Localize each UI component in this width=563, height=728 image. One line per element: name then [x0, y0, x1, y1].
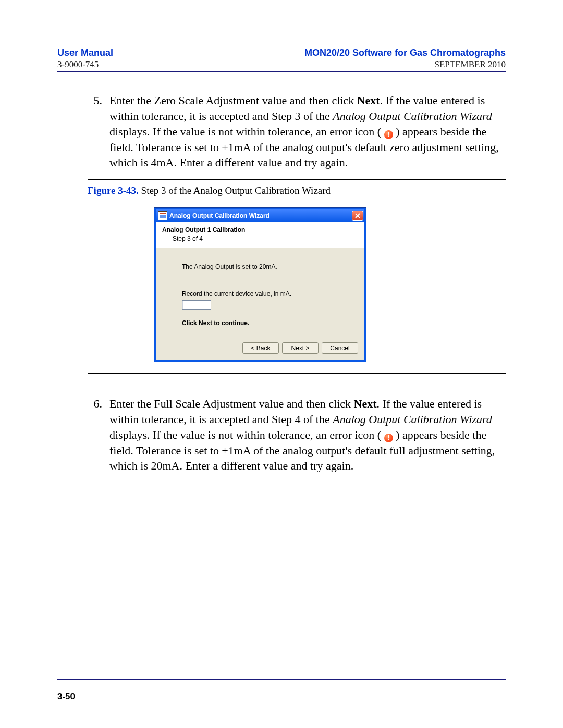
figure-caption: Figure 3-43. Step 3 of the Analog Output…	[88, 185, 506, 196]
figure-label: Figure 3-43.	[88, 185, 139, 196]
wizard-window: Analog Output Calibration Wizard Analog …	[154, 208, 366, 362]
page-number: 3-50	[57, 692, 75, 702]
wizard-name-italic: Analog Output Calibration Wizard	[333, 109, 492, 122]
wizard-header-step: Step 3 of 4	[173, 235, 358, 242]
page-container: User Manual 3-9000-745 MON20/20 Software…	[0, 0, 563, 728]
page-header: User Manual 3-9000-745 MON20/20 Software…	[57, 47, 506, 70]
wizard-message-continue: Click Next to continue.	[182, 319, 355, 327]
step-number: 6.	[88, 396, 102, 473]
next-rest: ext >	[296, 344, 309, 352]
doc-date: SEPTEMBER 2010	[304, 59, 506, 70]
step-6: 6. Enter the Full Scale Adjustment value…	[88, 396, 506, 473]
back-prefix: <	[251, 344, 256, 352]
body-text-2: 6. Enter the Full Scale Adjustment value…	[88, 396, 506, 473]
wizard-body: The Analog Output is set to 20mA. Record…	[156, 248, 364, 338]
wizard-window-title: Analog Output Calibration Wizard	[169, 212, 270, 219]
close-icon	[355, 213, 360, 218]
cancel-button[interactable]: Cancel	[322, 342, 358, 354]
step5-text-a: Enter the Zero Scale Adjustment value an…	[109, 94, 357, 107]
close-button[interactable]	[352, 211, 363, 221]
step-5: 5. Enter the Zero Scale Adjustment value…	[88, 93, 506, 170]
header-rule	[57, 71, 506, 72]
figure-bottom-rule	[88, 373, 506, 374]
back-rest: ack	[261, 344, 271, 352]
body-text: 5. Enter the Zero Scale Adjustment value…	[88, 93, 506, 170]
product-title: MON20/20 Software for Gas Chromatographs	[304, 47, 506, 59]
step6-text-c: displays. If the value is not within tol…	[109, 428, 384, 441]
wizard-message-output-set: The Analog Output is set to 20mA.	[182, 263, 355, 271]
step6-text-a: Enter the Full Scale Adjustment value an…	[109, 397, 354, 410]
error-icon	[384, 130, 393, 139]
figure-top-rule	[88, 179, 506, 180]
back-button[interactable]: < Back	[242, 342, 279, 354]
wizard-name-italic: Analog Output Calibration Wizard	[333, 413, 492, 426]
wizard-header-title: Analog Output 1 Calibration	[162, 226, 358, 233]
back-underline: B	[256, 344, 261, 352]
wizard-message-record: Record the current device value, in mA.	[182, 290, 355, 298]
footer-rule	[57, 679, 506, 680]
figure-caption-text: Step 3 of the Analog Output Calibration …	[139, 185, 331, 196]
error-icon	[384, 434, 393, 442]
manual-title: User Manual	[57, 47, 113, 59]
wizard-header: Analog Output 1 Calibration Step 3 of 4	[156, 222, 364, 248]
step5-text-c: displays. If the value is not within tol…	[109, 125, 384, 138]
next-underline: N	[291, 344, 296, 352]
next-word: Next	[354, 397, 377, 410]
next-word: Next	[357, 94, 380, 107]
wizard-footer: < Back Next > Cancel	[156, 337, 364, 360]
doc-number: 3-9000-745	[57, 59, 113, 70]
step-number: 5.	[88, 93, 102, 170]
wizard-titlebar: Analog Output Calibration Wizard	[156, 209, 364, 222]
next-button[interactable]: Next >	[282, 342, 319, 354]
app-icon	[158, 211, 167, 220]
device-value-input[interactable]	[182, 300, 211, 310]
